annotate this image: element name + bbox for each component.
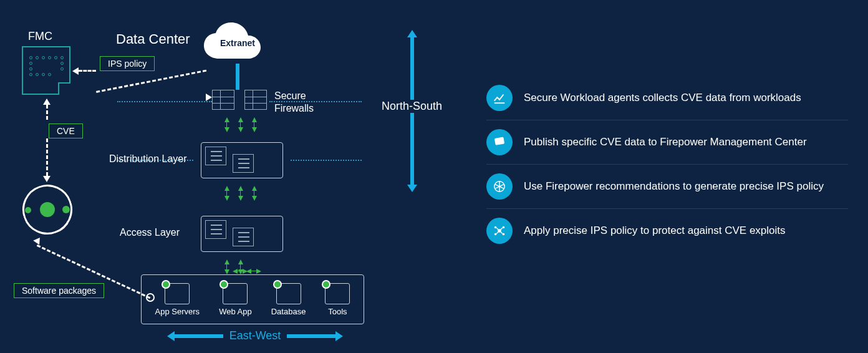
arrow-right-icon [287,334,337,338]
tier-dots-1b [269,101,362,102]
tools-icon [325,283,350,304]
switch-icon [205,220,226,239]
database-icon [276,283,301,304]
capability-text: Use Firepower recommendations to generat… [524,180,824,193]
capability-text: Secure Workload agents collects CVE data… [524,92,801,104]
secure-firewalls-label: Secure Firewalls [274,90,314,115]
arrow-ips-seg1 [79,70,96,72]
capability-row: Use Firepower recommendations to generat… [486,165,848,209]
access-layer-label: Access Layer [120,227,180,238]
data-center-label: Data Center [116,31,190,47]
svg-point-3 [494,226,497,229]
capability-text: Publish specific CVE data to Firepower M… [524,136,807,148]
fmc-icon [22,46,70,95]
arrow-ips-seg2 [96,70,206,93]
tier-dots-2b [291,160,362,161]
arrow-cve-down-head [43,176,51,182]
secure-workload-icon [22,185,72,235]
ips-policy-badge: IPS policy [100,56,155,71]
switch-icon [205,147,226,165]
server-icon [165,283,190,304]
traffic-arrows-fw-dist [222,117,258,132]
east-west-indicator: East-West [152,329,358,342]
arrow-cve-up-head [43,99,51,105]
software-packages-badge: Software packages [14,283,104,298]
globe-icon [223,283,248,304]
workload-label: Database [271,307,306,316]
workload-label: Web App [219,307,252,316]
nodes-icon [486,218,513,244]
svg-point-6 [503,233,505,236]
access-layer-box [201,216,283,252]
cve-badge: CVE [49,123,83,138]
capability-row: Publish specific CVE data to Firepower M… [486,120,848,165]
network-icon [486,173,513,200]
capability-row: Secure Workload agents collects CVE data… [486,76,848,120]
workload-label: App Servers [155,307,200,316]
svg-point-4 [503,226,505,229]
workload-label: Tools [328,307,347,316]
workload-tools: Tools [325,283,350,316]
tier-dots-1a [117,101,212,102]
publish-icon [486,129,513,155]
extranet-cloud-icon: Extranet [200,21,275,65]
arrow-left-icon [173,334,223,338]
capabilities-list: Secure Workload agents collects CVE data… [486,76,848,253]
traffic-arrows-dist-acc [222,186,258,201]
extranet-label: Extranet [200,21,275,65]
capability-text: Apply precise IPS policy to protect agai… [524,225,786,237]
distribution-layer-label: Distribution Layer [109,153,187,165]
north-south-label: North-South [379,100,445,113]
distribution-layer-box [201,142,283,178]
fmc-label: FMC [28,30,52,43]
arrow-sw-head [33,235,43,244]
svg-rect-0 [494,137,504,145]
workloads-box: App Servers Web App Database Tools [141,274,364,324]
workload-app-servers: App Servers [155,283,200,316]
workload-web-app: Web App [219,283,252,316]
cloud-connector [236,64,239,90]
secure-firewalls-icon [212,90,267,110]
switch-icon [233,154,254,173]
arrow-ips-right-head [206,94,212,101]
svg-point-5 [494,233,497,236]
arrow-cve-seg2 [46,138,48,176]
capability-row: Apply precise IPS policy to protect agai… [486,209,848,253]
chart-icon [486,85,513,111]
arrow-ips-left-head [72,67,79,75]
switch-icon [233,228,254,246]
workload-database: Database [271,283,306,316]
east-west-label: East-West [229,329,281,342]
arrow-cve-seg1 [46,105,48,120]
